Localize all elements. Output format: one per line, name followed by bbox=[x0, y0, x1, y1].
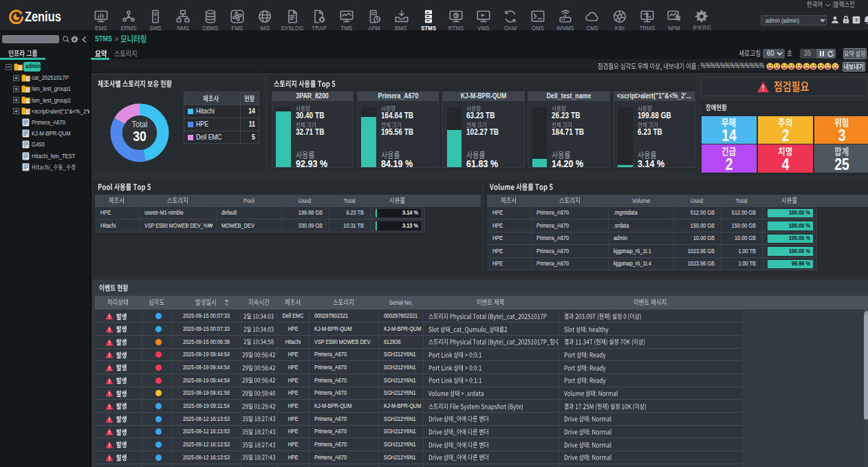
svg-text:?: ? bbox=[855, 17, 858, 23]
